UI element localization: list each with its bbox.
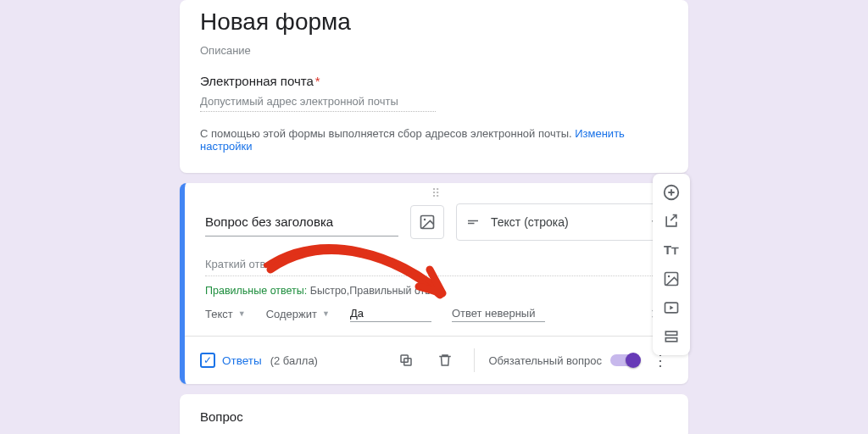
answer-key-button[interactable]: ✓ Ответы — [200, 353, 262, 368]
validation-op-label: Содержит — [266, 308, 317, 320]
form-header-card: Новая форма Описание Электронная почта* … — [180, 0, 688, 173]
svg-point-1 — [424, 219, 426, 221]
points-label: (2 балла) — [270, 354, 318, 367]
question-type-label: Текст (строка) — [491, 215, 569, 229]
required-asterisk: * — [315, 74, 320, 88]
short-answer-placeholder: Краткий ответ — [205, 251, 668, 276]
question-footer: ✓ Ответы (2 балла) Обязательный вопрос ⋮ — [185, 336, 688, 384]
image-icon — [419, 214, 436, 231]
short-text-icon — [465, 214, 481, 230]
divider — [474, 348, 475, 372]
plus-circle-icon — [662, 183, 681, 202]
add-section-button[interactable] — [656, 323, 687, 350]
import-icon — [663, 213, 680, 230]
validation-op-select[interactable]: Содержит ▼ — [266, 308, 330, 320]
svg-rect-9 — [665, 338, 676, 342]
import-questions-button[interactable] — [656, 208, 687, 235]
image-icon — [663, 270, 680, 287]
add-image-button[interactable] — [410, 205, 444, 239]
validation-error-input[interactable] — [452, 305, 545, 322]
check-icon: ✓ — [200, 353, 215, 368]
email-placeholder: Допустимый адрес электронной почты — [200, 95, 436, 112]
required-label: Обязательный вопрос — [488, 354, 602, 367]
question-type-select[interactable]: Текст (строка) ▼ — [456, 203, 668, 241]
svg-point-6 — [668, 275, 670, 278]
correct-answers-label: Правильные ответы: — [205, 285, 310, 297]
email-label-text: Электронная почта — [200, 74, 314, 88]
trash-icon — [437, 353, 453, 368]
drag-handle-icon[interactable]: ⠿ — [185, 183, 688, 200]
email-label: Электронная почта* — [200, 74, 668, 88]
chevron-down-icon: ▼ — [238, 309, 246, 318]
next-question-card[interactable]: Вопрос — [180, 394, 688, 434]
next-question-title: Вопрос — [200, 409, 668, 424]
answer-key-label: Ответы — [222, 354, 262, 367]
duplicate-button[interactable] — [391, 345, 421, 376]
correct-answers-line: Правильные ответы: Быстро,Правильный отв… — [185, 285, 688, 297]
side-toolbar: Tᴛ — [653, 174, 690, 355]
add-title-button[interactable]: Tᴛ — [656, 236, 687, 264]
add-image-toolbar-button[interactable] — [656, 265, 687, 292]
delete-button[interactable] — [430, 345, 460, 376]
chevron-down-icon: ▼ — [322, 309, 330, 318]
section-icon — [663, 328, 680, 345]
validation-kind-select[interactable]: Текст ▼ — [205, 308, 246, 320]
add-question-button[interactable] — [656, 179, 687, 206]
validation-value-input[interactable] — [350, 305, 431, 322]
form-description[interactable]: Описание — [200, 44, 668, 57]
question-title-input[interactable]: Вопрос без заголовка — [205, 208, 398, 236]
email-hint-text: С помощью этой формы выполняется сбор ад… — [200, 127, 575, 140]
validation-row: Текст ▼ Содержит ▼ ✕ — [185, 305, 688, 336]
form-title[interactable]: Новая форма — [200, 8, 668, 36]
email-collection-hint: С помощью этой формы выполняется сбор ад… — [200, 127, 668, 153]
validation-kind-label: Текст — [205, 308, 233, 320]
video-icon — [663, 299, 680, 316]
svg-rect-8 — [665, 331, 676, 335]
question-card: ⠿ Вопрос без заголовка Текст (строка) ▼ … — [180, 183, 688, 384]
correct-answers-values: Быстро,Правильный ответ — [310, 285, 441, 297]
copy-icon — [398, 353, 414, 368]
required-toggle[interactable] — [610, 354, 639, 366]
text-icon: Tᴛ — [664, 242, 679, 258]
add-video-button[interactable] — [656, 294, 687, 321]
